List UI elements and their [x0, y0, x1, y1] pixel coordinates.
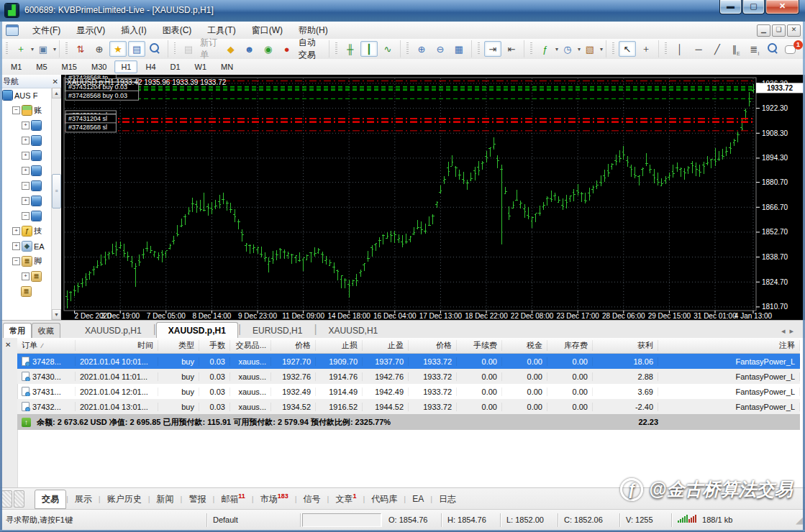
- close-button[interactable]: ✕: [765, 0, 799, 14]
- terminal-icon[interactable]: ▤: [128, 41, 145, 57]
- search-icon[interactable]: [765, 41, 782, 57]
- timeframe-M15[interactable]: M15: [55, 60, 83, 73]
- toolbox-tab-账户历史[interactable]: 账户历史: [101, 490, 148, 508]
- expand-icon[interactable]: −: [22, 182, 29, 190]
- navigator-tab-常用[interactable]: 常用: [3, 323, 32, 339]
- timeframe-M1[interactable]: M1: [4, 60, 28, 73]
- tile-windows-icon[interactable]: ▦: [450, 41, 468, 57]
- metaeditor-icon[interactable]: ◆: [222, 41, 240, 57]
- menu-文件F[interactable]: 文件(F): [24, 22, 68, 40]
- tree-item[interactable]: +: [0, 118, 52, 133]
- indicators-icon[interactable]: ƒ: [537, 41, 554, 57]
- column-header-价格[interactable]: 价格: [409, 340, 457, 351]
- resize-grip[interactable]: ◢: [796, 515, 805, 526]
- timeframe-M5[interactable]: M5: [29, 60, 53, 73]
- column-header-止盈[interactable]: 止盈: [363, 340, 409, 351]
- templates-icon[interactable]: ▧: [581, 41, 599, 57]
- tree-item[interactable]: +: [0, 133, 52, 148]
- tree-item-账[interactable]: −账: [0, 103, 52, 118]
- column-header-税金[interactable]: 税金: [502, 340, 547, 351]
- column-header-价格[interactable]: 价格: [271, 340, 316, 351]
- experts-icon[interactable]: ☻: [241, 41, 258, 57]
- toolbox-tab-代码库[interactable]: 代码库: [365, 490, 404, 508]
- scroll-up-icon[interactable]: ▲: [52, 88, 61, 98]
- channel-icon[interactable]: ∥E: [727, 41, 745, 57]
- tree-item[interactable]: −: [0, 178, 52, 193]
- scrollbar-thumb[interactable]: ≡: [52, 174, 61, 208]
- chevron-down-icon[interactable]: ▾: [578, 46, 581, 52]
- table-header[interactable]: 订单 ∕时间类型手数交易品...价格止损止盈价格手续费税金库存费获利注释: [17, 338, 800, 354]
- mdi-restore-button[interactable]: ❏: [772, 24, 786, 37]
- fibonacci-icon[interactable]: ≣I: [746, 41, 763, 57]
- menu-窗口W[interactable]: 窗口(W): [244, 22, 291, 40]
- column-header-类型[interactable]: 类型: [158, 340, 199, 351]
- column-header-交易品...[interactable]: 交易品...: [230, 340, 271, 351]
- chevron-down-icon[interactable]: ▾: [53, 46, 56, 52]
- chevron-down-icon[interactable]: ▾: [31, 46, 34, 52]
- menu-显示V[interactable]: 显示(V): [68, 22, 113, 40]
- crosshair-icon[interactable]: ＋: [637, 41, 655, 57]
- table-row[interactable]: 37432...2021.01.04 13:01...buy0.03xauus.…: [17, 399, 800, 414]
- timeframe-H4[interactable]: H4: [139, 60, 162, 73]
- profiles-icon[interactable]: ▣: [35, 41, 52, 57]
- timeframe-W1[interactable]: W1: [188, 60, 214, 73]
- template-selector[interactable]: Default: [207, 513, 301, 527]
- maximize-button[interactable]: ▢: [742, 0, 765, 14]
- column-header-库存费[interactable]: 库存费: [547, 340, 593, 351]
- comment-balloon-icon[interactable]: 1: [783, 41, 801, 57]
- toolbox-close-icon[interactable]: ✕: [5, 341, 11, 349]
- column-header-订单[interactable]: 订单 ∕: [17, 340, 76, 351]
- chevron-down-icon[interactable]: ▾: [555, 46, 558, 52]
- navigator-tab-收藏[interactable]: 收藏: [32, 323, 60, 339]
- new-order-icon[interactable]: ▤: [180, 41, 197, 57]
- tree-item[interactable]: +: [0, 148, 52, 163]
- timeframe-H1[interactable]: H1: [114, 60, 137, 73]
- timeframe-MN[interactable]: MN: [214, 60, 240, 73]
- zoom-out-icon[interactable]: ⊖: [432, 41, 449, 57]
- navigator-scrollbar[interactable]: ▲ ≡ ▼: [51, 88, 61, 320]
- hline-icon[interactable]: ─: [690, 41, 707, 57]
- strategy-tester-icon[interactable]: [147, 41, 164, 57]
- toolbox-tab-交易[interactable]: 交易: [35, 490, 66, 509]
- column-header-手数[interactable]: 手数: [199, 340, 230, 351]
- expand-icon[interactable]: +: [22, 121, 29, 129]
- navigator-close-icon[interactable]: ✕: [53, 78, 58, 86]
- toolbox-tab-展示[interactable]: 展示: [68, 490, 99, 508]
- expand-icon[interactable]: −: [22, 212, 29, 220]
- chart-tab-0[interactable]: XAUUSD.p,H1: [73, 323, 153, 339]
- tree-item-EA[interactable]: +◆EA: [0, 239, 52, 254]
- scroll-down-icon[interactable]: ▼: [52, 309, 61, 320]
- tree-item[interactable]: +: [0, 193, 52, 208]
- toolbox-tab-EA[interactable]: EA: [406, 491, 430, 507]
- mdi-minimize-button[interactable]: ▁: [757, 24, 770, 37]
- toolbox-tab-日志[interactable]: 日志: [432, 490, 463, 508]
- expand-icon[interactable]: +: [12, 227, 20, 235]
- auto-scroll-icon[interactable]: ⇤: [503, 41, 520, 57]
- mdi-close-button[interactable]: ✕: [787, 24, 801, 37]
- chart-canvas[interactable]: 1936.301922.301908.301894.301880.701866.…: [61, 75, 805, 320]
- menu-插入I[interactable]: 插入(I): [113, 22, 154, 40]
- tree-item-技[interactable]: +ƒ技: [0, 224, 52, 239]
- toolbox-tab-市场[interactable]: 市场183: [254, 490, 295, 508]
- chevron-down-icon[interactable]: ▾: [600, 46, 603, 52]
- vline-icon[interactable]: │: [671, 41, 688, 57]
- expand-icon[interactable]: +: [22, 152, 29, 160]
- chart-shift-icon[interactable]: ⇥: [484, 41, 501, 57]
- tree-item[interactable]: +: [0, 163, 52, 178]
- bar-chart-icon[interactable]: ╫: [342, 41, 359, 57]
- toolbox-tab-文章[interactable]: 文章1: [329, 490, 363, 508]
- expand-icon[interactable]: −: [12, 106, 20, 114]
- table-row[interactable]: 37430...2021.01.04 11:01...buy0.03xauus.…: [17, 369, 800, 384]
- candlestick-icon[interactable]: ┃: [360, 41, 378, 57]
- toolbox-tab-警报[interactable]: 警报: [182, 490, 212, 508]
- auto-trading-button-label[interactable]: 自动交易: [299, 37, 324, 61]
- tree-item[interactable]: +≣: [0, 269, 52, 284]
- navigator-icon[interactable]: ★: [109, 41, 127, 57]
- cursor-icon[interactable]: ↖: [619, 41, 636, 57]
- toolbox-tab-信号[interactable]: 信号: [297, 490, 327, 508]
- column-header-时间[interactable]: 时间: [76, 340, 158, 351]
- table-row[interactable]: 37428...2021.01.04 10:01...buy0.03xauus.…: [17, 354, 800, 369]
- tree-item-脚[interactable]: −≣脚: [0, 254, 52, 269]
- expand-icon[interactable]: +: [22, 272, 29, 280]
- new-order-button-label[interactable]: 新订单: [200, 37, 219, 61]
